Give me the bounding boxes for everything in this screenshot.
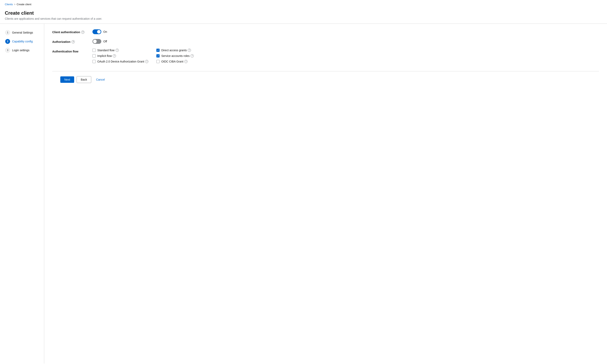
oauth-device-checkbox[interactable]	[92, 60, 96, 63]
next-button[interactable]: Next	[60, 76, 74, 83]
oidc-ciba-help-icon[interactable]: ?	[184, 60, 188, 63]
client-auth-row: Client authentication ? On	[52, 29, 599, 34]
authorization-help-icon[interactable]: ?	[72, 40, 75, 43]
standard-flow-item: Standard flow ?	[92, 49, 148, 52]
implicit-flow-label: Implicit flow ?	[97, 54, 116, 57]
oidc-ciba-checkbox[interactable]	[156, 60, 160, 63]
page-subtitle: Clients are applications and services th…	[5, 17, 602, 20]
client-auth-help-icon[interactable]: ?	[81, 31, 84, 34]
client-auth-status: On	[103, 30, 107, 33]
auth-flow-row: Authentication flow Standard flow ? ✓	[52, 49, 599, 63]
step-3-label: Login settings	[12, 49, 29, 52]
oauth-device-help-icon[interactable]: ?	[145, 60, 148, 63]
back-button[interactable]: Back	[77, 76, 91, 83]
auth-flow-grid: Standard flow ? ✓ Direct access grants ?	[92, 49, 212, 63]
authorization-slider	[92, 39, 101, 44]
standard-flow-label: Standard flow ?	[97, 49, 119, 52]
client-auth-label-container: Client authentication ?	[52, 29, 92, 34]
client-auth-toggle[interactable]	[92, 29, 101, 34]
service-accounts-item: ✓ Service accounts roles ?	[156, 54, 212, 57]
authorization-label-container: Authorization ?	[52, 39, 92, 43]
sidebar-item-general-settings[interactable]: 1 General Settings	[3, 28, 41, 37]
breadcrumb-separator: >	[14, 3, 15, 6]
step-2-number: 2	[5, 39, 10, 44]
page-header: Create client Clients are applications a…	[0, 9, 607, 24]
client-auth-control: On	[92, 29, 107, 34]
oauth-device-label: OAuth 2.0 Device Authorization Grant ?	[97, 60, 148, 63]
cancel-button[interactable]: Cancel	[94, 76, 107, 83]
direct-access-help-icon[interactable]: ?	[188, 49, 191, 52]
direct-access-item: ✓ Direct access grants ?	[156, 49, 212, 52]
auth-flow-label: Authentication flow	[52, 49, 92, 53]
oauth-device-item: OAuth 2.0 Device Authorization Grant ?	[92, 60, 148, 63]
oidc-ciba-item: OIDC CIBA Grant ?	[156, 60, 212, 63]
implicit-flow-item: Implicit flow ?	[92, 54, 148, 57]
client-auth-label: Client authentication	[52, 31, 80, 34]
breadcrumb-clients-link[interactable]: Clients	[5, 3, 13, 6]
page-title: Create client	[5, 10, 602, 16]
sidebar: 1 General Settings 2 Capability config 3…	[0, 24, 44, 364]
step-1-number: 1	[5, 30, 10, 35]
authorization-row: Authorization ? Off	[52, 39, 599, 44]
standard-flow-help-icon[interactable]: ?	[116, 49, 119, 52]
direct-access-label: Direct access grants ?	[161, 49, 191, 52]
step-2-label: Capability config	[12, 40, 33, 43]
authorization-toggle[interactable]	[92, 39, 101, 44]
footer-buttons: Next Back Cancel	[52, 71, 599, 88]
implicit-flow-help-icon[interactable]: ?	[113, 54, 116, 57]
service-accounts-help-icon[interactable]: ?	[191, 54, 194, 57]
step-1-label: General Settings	[12, 31, 33, 34]
main-layout: 1 General Settings 2 Capability config 3…	[0, 24, 607, 364]
breadcrumb-current: Create client	[17, 3, 31, 6]
authorization-control: Off	[92, 39, 107, 44]
service-accounts-checkbox[interactable]: ✓	[156, 54, 160, 57]
implicit-flow-checkbox[interactable]	[92, 54, 96, 57]
content-area: Client authentication ? On Authorization…	[44, 24, 607, 364]
breadcrumb: Clients > Create client	[0, 0, 607, 9]
authorization-status: Off	[103, 40, 107, 43]
client-auth-slider	[92, 29, 101, 34]
step-3-number: 3	[5, 48, 10, 53]
sidebar-item-login-settings[interactable]: 3 Login settings	[3, 46, 41, 54]
service-accounts-check-mark: ✓	[157, 55, 159, 57]
standard-flow-checkbox[interactable]	[92, 49, 96, 52]
direct-access-check-mark: ✓	[157, 49, 159, 52]
oidc-ciba-label: OIDC CIBA Grant ?	[161, 60, 188, 63]
sidebar-item-capability-config[interactable]: 2 Capability config	[3, 37, 41, 45]
service-accounts-label: Service accounts roles ?	[161, 54, 194, 57]
authorization-label: Authorization	[52, 40, 70, 43]
direct-access-checkbox[interactable]: ✓	[156, 49, 160, 52]
